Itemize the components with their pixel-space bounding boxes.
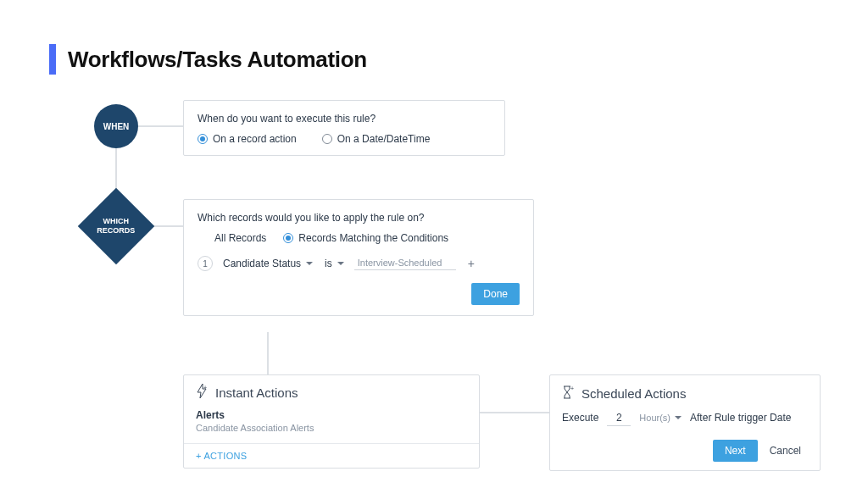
dropdown-value: Candidate Status bbox=[223, 258, 301, 269]
radio-on-date-datetime[interactable]: On a Date/DateTime bbox=[322, 133, 431, 145]
radio-label: On a Date/DateTime bbox=[337, 133, 431, 145]
radio-on-record-action[interactable]: On a record action bbox=[198, 133, 297, 145]
instant-actions-card: + Instant Actions Alerts Candidate Assoc… bbox=[183, 374, 480, 469]
heading-accent-bar bbox=[49, 44, 56, 75]
alerts-title: Alerts bbox=[196, 409, 467, 421]
cancel-button[interactable]: Cancel bbox=[763, 440, 808, 462]
lightning-icon: + bbox=[196, 384, 209, 401]
when-card: When do you want to execute this rule? O… bbox=[183, 100, 505, 156]
schedule-value-input[interactable] bbox=[607, 412, 631, 426]
dropdown-value: Hour(s) bbox=[639, 413, 670, 423]
dropdown-value: is bbox=[325, 258, 332, 269]
condition-value-input[interactable]: Interview-Scheduled bbox=[354, 257, 456, 270]
chevron-down-icon bbox=[306, 262, 313, 265]
when-radio-group: On a record action On a Date/DateTime bbox=[198, 133, 491, 145]
done-button[interactable]: Done bbox=[471, 283, 520, 305]
when-question: When do you want to execute this rule? bbox=[198, 113, 491, 125]
radio-label: On a record action bbox=[213, 133, 297, 145]
next-button[interactable]: Next bbox=[713, 440, 758, 462]
alert-item[interactable]: Candidate Association Alerts bbox=[196, 423, 467, 433]
svg-text:+: + bbox=[570, 385, 574, 391]
add-actions-button[interactable]: + ACTIONS bbox=[184, 443, 479, 468]
instant-actions-header: + Instant Actions bbox=[184, 384, 479, 408]
radio-icon bbox=[283, 233, 293, 243]
condition-field-dropdown[interactable]: Candidate Status bbox=[221, 256, 314, 271]
radio-all-records[interactable]: All Records bbox=[214, 232, 266, 244]
radio-label: All Records bbox=[214, 232, 266, 244]
page-heading: Workflows/Tasks Automation bbox=[49, 44, 367, 75]
schedule-config-row: Execute Hour(s) After Rule trigger Date bbox=[562, 412, 808, 426]
radio-icon bbox=[322, 134, 332, 144]
add-condition-button[interactable]: + bbox=[465, 257, 478, 270]
which-question: Which records would you like to apply th… bbox=[198, 212, 520, 224]
chevron-down-icon bbox=[675, 416, 682, 419]
node-which-label: WHICH RECORDS bbox=[97, 217, 135, 236]
scheduled-actions-header: + Scheduled Actions bbox=[562, 385, 808, 402]
schedule-unit-dropdown[interactable]: Hour(s) bbox=[639, 413, 682, 423]
scheduled-actions-card: + Scheduled Actions Execute Hour(s) Afte… bbox=[549, 374, 821, 471]
node-when: WHEN bbox=[94, 104, 138, 148]
which-scope-group: All Records Records Matching the Conditi… bbox=[214, 232, 520, 244]
svg-text:+: + bbox=[203, 385, 207, 391]
alerts-section: Alerts Candidate Association Alerts bbox=[184, 408, 479, 443]
condition-row: 1 Candidate Status is Interview-Schedule… bbox=[198, 256, 520, 271]
radio-icon bbox=[198, 134, 208, 144]
scheduled-actions-title: Scheduled Actions bbox=[581, 386, 686, 401]
schedule-after-text: After Rule trigger Date bbox=[690, 412, 791, 424]
condition-operator-dropdown[interactable]: is bbox=[323, 256, 346, 271]
which-records-card: Which records would you like to apply th… bbox=[183, 199, 534, 316]
heading-text: Workflows/Tasks Automation bbox=[68, 47, 367, 73]
node-when-label: WHEN bbox=[103, 122, 130, 131]
chevron-down-icon bbox=[337, 262, 344, 265]
condition-index: 1 bbox=[198, 256, 213, 271]
hourglass-icon: + bbox=[562, 385, 575, 402]
radio-matching-conditions[interactable]: Records Matching the Conditions bbox=[283, 232, 448, 244]
execute-label: Execute bbox=[562, 412, 598, 424]
instant-actions-title: Instant Actions bbox=[215, 385, 298, 400]
node-which-records: WHICH RECORDS bbox=[78, 188, 155, 265]
radio-label: Records Matching the Conditions bbox=[298, 232, 448, 244]
